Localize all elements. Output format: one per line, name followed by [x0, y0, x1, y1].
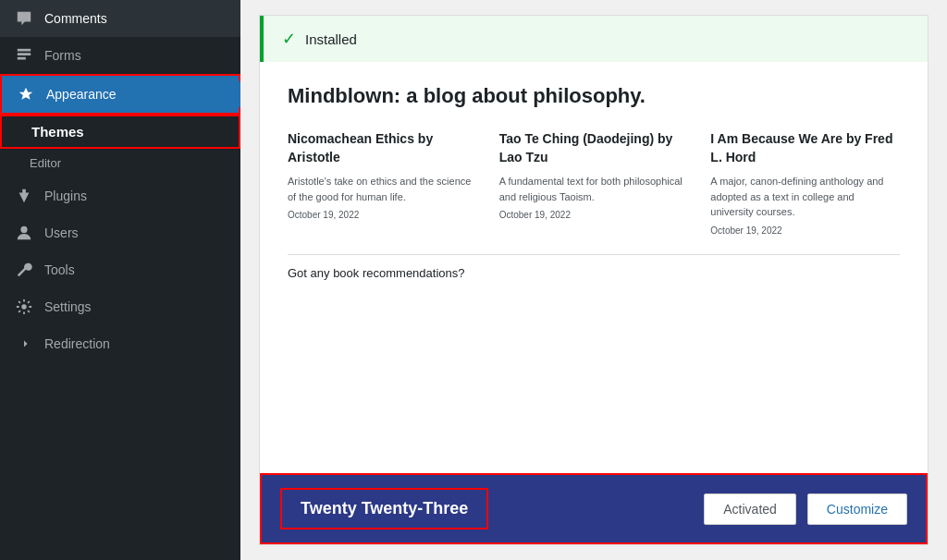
blog-footer-text: Got any book recommendations? [288, 254, 900, 280]
sidebar-item-label: Tools [44, 262, 75, 277]
post-title-2: I Am Because We Are by Fred L. Hord [710, 130, 900, 166]
forms-icon [15, 46, 33, 65]
themes-label: Themes [31, 124, 84, 140]
blog-title: Mindblown: a blog about philosophy. [288, 84, 900, 108]
main-content: ✓ Installed Mindblown: a blog about phil… [240, 0, 947, 560]
sidebar-item-editor[interactable]: Editor [0, 149, 240, 177]
svg-rect-1 [18, 53, 31, 55]
blog-post-0: Nicomachean Ethics by Aristotle Aristotl… [288, 130, 477, 236]
sidebar-item-settings[interactable]: Settings [0, 288, 240, 325]
activated-button[interactable]: Activated [704, 493, 796, 525]
sidebar-item-plugins[interactable]: Plugins [0, 177, 240, 214]
sidebar-item-tools[interactable]: Tools [0, 251, 240, 288]
post-excerpt-1: A fundamental text for both philosophica… [499, 174, 689, 204]
sidebar-item-label: Plugins [44, 189, 87, 203]
sidebar-item-themes[interactable]: Themes [0, 115, 240, 149]
check-icon: ✓ [282, 29, 296, 49]
blog-post-2: I Am Because We Are by Fred L. Hord A ma… [710, 130, 900, 236]
sidebar-item-label: Forms [44, 48, 81, 63]
sidebar-item-forms[interactable]: Forms [0, 37, 240, 74]
blog-preview: Mindblown: a blog about philosophy. Nico… [260, 62, 928, 473]
sidebar-item-label: Settings [44, 299, 92, 314]
theme-preview-wrapper: ✓ Installed Mindblown: a blog about phil… [240, 0, 947, 560]
appearance-icon [17, 85, 35, 103]
sidebar-item-appearance[interactable]: Appearance [0, 74, 240, 115]
sidebar-item-users[interactable]: Users [0, 214, 240, 251]
post-excerpt-2: A major, canon-defining anthology and ad… [710, 174, 900, 220]
theme-name: Twenty Twenty-Three [301, 499, 468, 517]
users-icon [15, 224, 33, 242]
svg-rect-0 [18, 49, 31, 52]
plugins-icon [15, 187, 33, 205]
svg-rect-2 [18, 57, 26, 60]
installed-label: Installed [305, 31, 357, 47]
svg-point-3 [20, 226, 27, 233]
redirection-icon [15, 335, 33, 353]
editor-label: Editor [30, 156, 61, 170]
post-excerpt-0: Aristotle's take on ethics and the scien… [288, 174, 477, 204]
comments-icon [15, 9, 33, 28]
sidebar-item-redirection[interactable]: Redirection [0, 325, 240, 362]
post-date-0: October 19, 2022 [288, 210, 477, 220]
tools-icon [15, 261, 33, 279]
sidebar-item-label: Appearance [46, 87, 117, 102]
blog-post-1: Tao Te Ching (Daodejing) by Lao Tzu A fu… [499, 130, 689, 236]
theme-card: ✓ Installed Mindblown: a blog about phil… [259, 15, 929, 545]
theme-buttons: Activated Customize [704, 493, 907, 525]
svg-point-4 [21, 304, 26, 309]
sidebar: Comments Forms Appearance Themes Editor … [0, 0, 240, 560]
blog-posts: Nicomachean Ethics by Aristotle Aristotl… [288, 130, 900, 236]
post-date-2: October 19, 2022 [710, 225, 900, 236]
settings-icon [15, 298, 33, 316]
customize-button[interactable]: Customize [807, 493, 907, 525]
post-date-1: October 19, 2022 [499, 210, 689, 220]
installed-banner: ✓ Installed [260, 16, 928, 62]
sidebar-item-label: Users [44, 225, 79, 240]
theme-footer: Twenty Twenty-Three Activated Customize [260, 473, 928, 544]
sidebar-item-label: Redirection [44, 336, 110, 351]
sidebar-item-comments[interactable]: Comments [0, 0, 240, 37]
theme-name-box: Twenty Twenty-Three [280, 488, 488, 530]
sidebar-item-label: Comments [44, 11, 107, 26]
post-title-0: Nicomachean Ethics by Aristotle [288, 130, 477, 166]
post-title-1: Tao Te Ching (Daodejing) by Lao Tzu [499, 130, 689, 166]
